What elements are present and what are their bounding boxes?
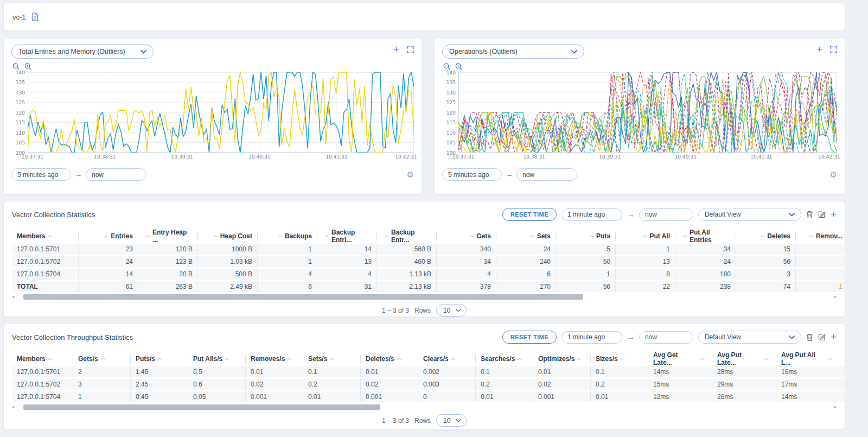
- table-cell: 24: [78, 256, 138, 267]
- table-row[interactable]: 127.0.0.1:570410.450.050.0010.010.00100.…: [12, 391, 845, 402]
- table-total-row[interactable]: TOTAL61263 B2.49 kB6312.13 kB37827056222…: [12, 281, 845, 292]
- time-from-input[interactable]: [561, 331, 622, 344]
- gear-icon[interactable]: ⚙: [407, 170, 414, 179]
- time-from-input[interactable]: [561, 208, 622, 221]
- edit-icon[interactable]: [818, 211, 826, 218]
- reset-time-button[interactable]: RESET TIME: [502, 208, 557, 221]
- scroll-left-button[interactable]: ◂: [12, 294, 18, 300]
- column-header[interactable]: Puts/s: [130, 355, 188, 363]
- column-header[interactable]: Sets: [496, 232, 556, 240]
- column-header[interactable]: Removes/s: [245, 355, 303, 363]
- time-from-input[interactable]: [442, 168, 502, 181]
- column-header[interactable]: Members: [12, 232, 78, 240]
- time-from-input[interactable]: [11, 168, 71, 181]
- column-header[interactable]: Members: [12, 355, 73, 363]
- column-header[interactable]: Clears/s: [418, 355, 475, 363]
- table-cell: 0.02: [245, 379, 303, 390]
- column-header-label: Entry Heap ...: [152, 229, 193, 244]
- chart-panel-entries-memory: Total Entries and Memory (Outliers) + 14…: [3, 38, 422, 194]
- edit-icon[interactable]: [818, 333, 826, 341]
- metric-select[interactable]: Operations/s (Outliers): [442, 45, 584, 59]
- chart-plot[interactable]: [458, 72, 837, 153]
- table-row[interactable]: 127.0.0.1:570123120 B1000 B114560 B34024…: [12, 244, 845, 255]
- add-chart-button[interactable]: +: [816, 46, 822, 53]
- table-cell: 15: [736, 244, 795, 255]
- y-tick-label: 140: [16, 70, 25, 75]
- zoom-in-icon[interactable]: [24, 63, 31, 70]
- table-cell: 1.03 kB: [197, 256, 257, 267]
- column-header[interactable]: Optimizes/s: [533, 355, 590, 363]
- scrollbar-track[interactable]: [18, 404, 830, 410]
- column-header[interactable]: Entries: [78, 232, 138, 240]
- table-row[interactable]: 127.0.0.1:57041420 B500 B441.13 kB461818…: [12, 269, 845, 280]
- column-header-label: Puts: [596, 232, 610, 240]
- scrollbar-thumb[interactable]: [23, 404, 380, 410]
- column-header[interactable]: Avg Put Late...: [712, 355, 776, 363]
- add-view-button[interactable]: +: [831, 211, 837, 218]
- table-row[interactable]: 127.0.0.1:570121.450.50.010.10.010.0020.…: [12, 366, 845, 377]
- column-header[interactable]: Heap Cost: [197, 232, 257, 240]
- scrollbar-thumb[interactable]: [23, 294, 583, 300]
- column-header[interactable]: Deletes/s: [360, 355, 418, 363]
- scroll-left-button[interactable]: ◂: [12, 404, 18, 410]
- column-header[interactable]: Put All: [615, 232, 675, 240]
- zoom-in-icon[interactable]: [455, 63, 462, 70]
- column-header[interactable]: Entry Heap ...: [138, 232, 197, 240]
- table-row[interactable]: 127.0.0.1:570232.450.60.020.20.020.0030.…: [12, 379, 845, 390]
- add-view-button[interactable]: +: [831, 333, 837, 341]
- column-header[interactable]: Deletes: [736, 232, 795, 240]
- page-size-select[interactable]: 10: [436, 304, 467, 316]
- column-header[interactable]: Puts: [556, 232, 615, 240]
- table-cell: 0.2: [303, 379, 360, 390]
- time-to-input[interactable]: [639, 208, 693, 221]
- column-header[interactable]: Avg Put All L...: [776, 355, 840, 363]
- column-header[interactable]: Remov...: [795, 232, 845, 240]
- trash-icon[interactable]: [806, 333, 813, 341]
- page-size-select[interactable]: 10: [436, 414, 467, 427]
- column-header[interactable]: Backup Entri...: [317, 232, 376, 240]
- y-tick-label: 105: [446, 140, 456, 145]
- column-header[interactable]: Gets: [436, 232, 496, 240]
- zoom-out-icon[interactable]: [12, 63, 20, 70]
- reset-time-button[interactable]: RESET TIME: [502, 331, 557, 344]
- x-axis: 10:37:3110:38:3110:39:3110:40:3110:41:31…: [458, 153, 837, 161]
- column-header[interactable]: Put All Entries: [675, 232, 736, 240]
- entries-memory-chart: 140135130125120115110105100 10:37:3110:3…: [11, 72, 414, 161]
- add-chart-button[interactable]: +: [393, 46, 399, 53]
- scrollbar-track[interactable]: [18, 294, 830, 300]
- column-header[interactable]: Backup Entr...: [376, 232, 436, 240]
- table-cell: 2: [73, 366, 130, 377]
- column-header[interactable]: Searches/s: [475, 355, 533, 363]
- time-to-input[interactable]: [86, 168, 146, 181]
- x-tick-label: 10:38:31: [94, 154, 116, 160]
- column-header[interactable]: Sets/s: [303, 355, 360, 363]
- table-cell: 127.0.0.1:5702: [12, 258, 78, 265]
- document-icon[interactable]: [31, 12, 39, 21]
- time-to-input[interactable]: [516, 168, 577, 181]
- column-header[interactable]: Gets/s: [73, 355, 130, 363]
- time-to-input[interactable]: [639, 331, 693, 344]
- table-cell: 17ms: [776, 379, 840, 390]
- y-tick-label: 120: [446, 110, 456, 116]
- y-tick-label: 115: [16, 120, 25, 125]
- chart-plot[interactable]: [28, 72, 414, 153]
- gear-icon[interactable]: ⚙: [830, 170, 837, 179]
- column-header-label: Clears/s: [423, 355, 449, 363]
- column-header[interactable]: Put Alls/s: [188, 355, 245, 363]
- column-header[interactable]: Backups: [257, 232, 317, 240]
- trash-icon[interactable]: [806, 211, 813, 219]
- sort-caret-icon: [577, 358, 582, 360]
- table-row[interactable]: 127.0.0.1:570224123 B1.03 kB113460 B3424…: [12, 256, 845, 267]
- fullscreen-icon[interactable]: [407, 46, 414, 53]
- fullscreen-icon[interactable]: [830, 46, 837, 53]
- view-select[interactable]: Default View: [698, 331, 801, 344]
- sort-caret-icon: [682, 235, 687, 238]
- zoom-out-icon[interactable]: [443, 63, 450, 70]
- column-header[interactable]: Sizes/s: [590, 355, 648, 363]
- column-header-label: Put Alls/s: [193, 355, 222, 363]
- column-header[interactable]: Avg Get Late...: [648, 355, 712, 363]
- metric-select[interactable]: Total Entries and Memory (Outliers): [11, 45, 154, 59]
- scroll-right-button[interactable]: ▸: [830, 404, 837, 410]
- scroll-right-button[interactable]: ▸: [830, 294, 837, 300]
- view-select[interactable]: Default View: [698, 208, 801, 221]
